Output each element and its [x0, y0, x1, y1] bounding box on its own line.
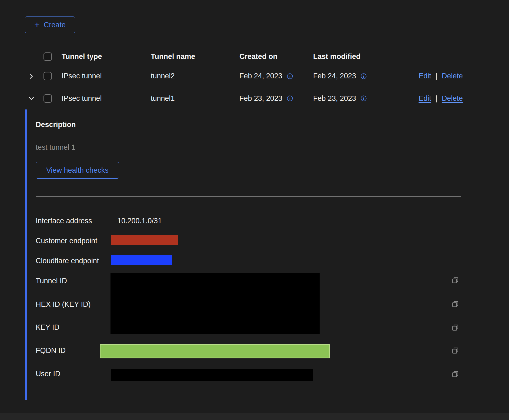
actions-separator: | — [436, 94, 437, 103]
created-on-cell: Feb 24, 2023 — [239, 72, 313, 80]
copy-key-id-button[interactable] — [451, 324, 459, 332]
copy-fqdn-id-button[interactable] — [451, 346, 459, 355]
table-row: IPsec tunnel tunnel1 Feb 23, 2023 Feb 23… — [25, 87, 471, 109]
copy-icon — [451, 346, 459, 355]
hex-id-label: HEX ID (KEY ID) — [36, 300, 91, 309]
expanded-row-indicator-bar — [25, 109, 27, 400]
tunnel-details-panel: Description test tunnel 1 View health ch… — [25, 109, 471, 400]
create-button-label: Create — [44, 21, 66, 29]
view-health-checks-button[interactable]: View health checks — [36, 162, 119, 179]
description-label: Description — [36, 121, 76, 129]
edit-link[interactable]: Edit — [418, 72, 431, 80]
last-modified-cell: Feb 24, 2023 — [313, 72, 392, 80]
delete-link[interactable]: Delete — [442, 94, 463, 103]
copy-icon — [451, 276, 459, 284]
info-icon[interactable] — [287, 95, 293, 102]
created-on-value: Feb 23, 2023 — [239, 94, 282, 103]
info-icon[interactable] — [287, 73, 293, 79]
tunnel-type-cell: IPsec tunnel — [62, 72, 151, 80]
created-on-cell: Feb 23, 2023 — [239, 94, 313, 103]
chevron-down-icon — [28, 95, 35, 102]
actions-separator: | — [436, 72, 437, 80]
fqdn-id-redacted-value — [100, 344, 330, 358]
tunnel-name-cell: tunnel1 — [151, 94, 239, 103]
plus-icon: + — [34, 20, 40, 29]
description-value: test tunnel 1 — [36, 143, 75, 152]
header-checkbox-cell — [43, 52, 62, 61]
copy-icon — [451, 370, 459, 378]
row-actions-cell: Edit | Delete — [392, 94, 471, 103]
interface-address-value: 10.200.1.0/31 — [117, 217, 162, 225]
header-tunnel-type: Tunnel type — [62, 52, 151, 61]
header-created-on: Created on — [239, 52, 313, 61]
tunnel-hex-key-redacted-values — [110, 273, 320, 334]
header-last-modified: Last modified — [313, 52, 392, 61]
bottom-strip — [0, 413, 509, 420]
fqdn-id-label: FQDN ID — [36, 346, 66, 355]
table-header-row: Tunnel type Tunnel name Created on Last … — [25, 48, 471, 65]
expand-row-button[interactable] — [28, 73, 35, 79]
customer-endpoint-redacted-value — [111, 235, 178, 245]
row-expander-cell — [25, 73, 43, 79]
row-checkbox-cell — [43, 94, 62, 103]
row-checkbox-cell — [43, 72, 62, 80]
cloudflare-endpoint-redacted-value — [111, 255, 172, 265]
view-health-checks-label: View health checks — [46, 166, 109, 175]
copy-hex-id-button[interactable] — [451, 300, 459, 308]
select-all-checkbox[interactable] — [43, 52, 52, 61]
create-button[interactable]: + Create — [25, 16, 75, 33]
edit-link[interactable]: Edit — [418, 94, 431, 103]
row-actions-cell: Edit | Delete — [392, 72, 471, 80]
last-modified-cell: Feb 23, 2023 — [313, 94, 392, 103]
copy-user-id-button[interactable] — [451, 370, 459, 378]
info-icon[interactable] — [360, 95, 367, 102]
user-id-redacted-value — [111, 369, 313, 381]
details-divider — [36, 196, 461, 196]
cloudflare-endpoint-label: Cloudflare endpoint — [36, 257, 99, 265]
copy-icon — [451, 300, 459, 308]
created-on-value: Feb 24, 2023 — [239, 72, 282, 80]
customer-endpoint-label: Customer endpoint — [36, 237, 97, 245]
tunnel-type-cell: IPsec tunnel — [62, 94, 151, 103]
row-checkbox[interactable] — [43, 94, 52, 103]
interface-address-label: Interface address — [36, 217, 92, 225]
info-icon[interactable] — [360, 73, 367, 79]
header-tunnel-name: Tunnel name — [151, 52, 239, 61]
copy-tunnel-id-button[interactable] — [451, 276, 459, 284]
user-id-label: User ID — [36, 370, 61, 378]
last-modified-value: Feb 24, 2023 — [313, 72, 356, 80]
key-id-label: KEY ID — [36, 323, 59, 332]
copy-icon — [451, 324, 459, 332]
collapse-row-button[interactable] — [28, 95, 35, 102]
tunnel-id-label: Tunnel ID — [36, 277, 67, 285]
last-modified-value: Feb 23, 2023 — [313, 94, 356, 103]
row-expander-cell — [25, 95, 43, 102]
row-checkbox[interactable] — [43, 72, 52, 80]
table-row: IPsec tunnel tunnel2 Feb 24, 2023 Feb 24… — [25, 65, 471, 87]
tunnel-name-cell: tunnel2 — [151, 72, 239, 80]
chevron-right-icon — [28, 73, 35, 79]
delete-link[interactable]: Delete — [442, 72, 463, 80]
tunnels-page: + Create Tunnel type Tunnel name Created… — [0, 0, 509, 400]
tunnels-table: Tunnel type Tunnel name Created on Last … — [25, 48, 471, 400]
